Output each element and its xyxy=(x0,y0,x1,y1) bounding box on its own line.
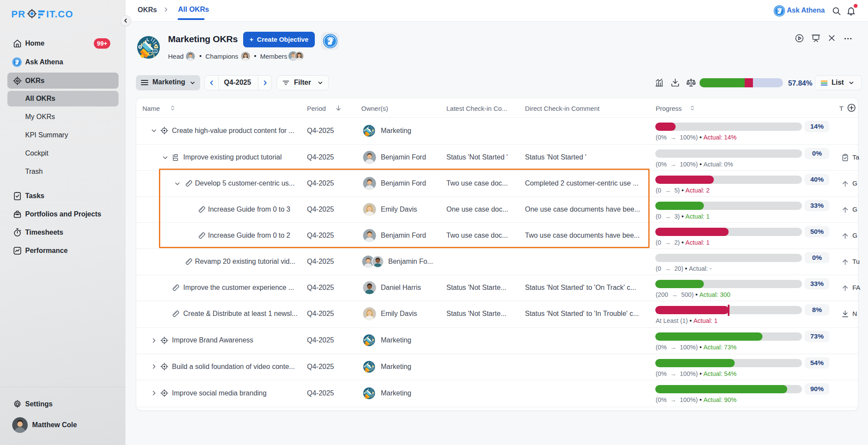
svg-text:IT.CO: IT.CO xyxy=(46,9,73,20)
svg-text:PR: PR xyxy=(11,9,26,20)
